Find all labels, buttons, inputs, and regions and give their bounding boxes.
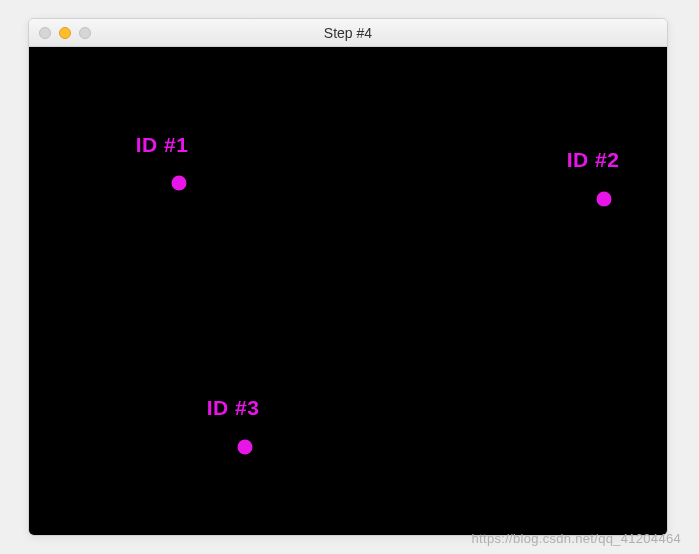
- app-window: Step #4 ID #1 ID #2 ID #3: [28, 18, 668, 536]
- point-label: ID #3: [207, 396, 260, 420]
- maximize-button[interactable]: [79, 27, 91, 39]
- close-button[interactable]: [39, 27, 51, 39]
- watermark-text: https://blog.csdn.net/qq_41204464: [472, 531, 681, 546]
- tracked-point: [238, 440, 252, 454]
- point-label: ID #2: [567, 148, 620, 172]
- tracked-point: [597, 192, 611, 206]
- titlebar[interactable]: Step #4: [29, 19, 667, 47]
- window-controls: [39, 27, 91, 39]
- point-label: ID #1: [136, 133, 189, 157]
- canvas-area: ID #1 ID #2 ID #3: [29, 47, 667, 535]
- tracked-point: [172, 176, 186, 190]
- minimize-button[interactable]: [59, 27, 71, 39]
- window-title: Step #4: [29, 25, 667, 41]
